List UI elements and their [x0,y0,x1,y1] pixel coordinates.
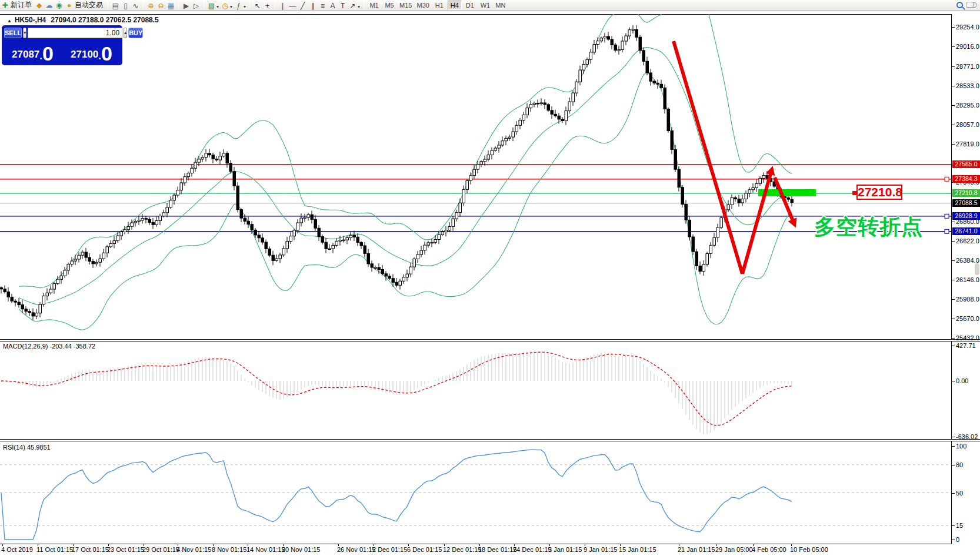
sell-price-display[interactable]: 27087.0 [4,40,61,63]
time-axis-label: 2 Dec 01:15 [372,546,407,553]
new-order-icon[interactable]: ✚ [0,1,10,10]
time-axis-label: 12 Dec 01:15 [443,546,481,553]
level-handle-27384.3[interactable] [945,177,949,181]
new-order-button[interactable]: 新订单 [11,0,32,10]
label-icon[interactable]: T [338,1,348,11]
rsi-axis-label: 0 [956,536,959,543]
indicators-icon[interactable]: ƒ [234,1,244,11]
price-tick-mark [951,66,955,67]
price-callout-box[interactable]: 27210.8 [856,185,902,200]
rsi-tick-mark [951,493,955,494]
volume-decrease-button[interactable]: ▾ [23,28,26,38]
candlestick-chart-icon[interactable]: ▯ [121,1,131,11]
toolbar-separator [143,0,144,8]
timeframe-h1[interactable]: H1 [432,1,446,10]
tile-windows-icon[interactable]: ▦ [166,1,176,11]
rsi-tick-mark [951,446,955,447]
time-axis-label: 21 Jan 01:15 [678,546,715,553]
macd-pane-canvas[interactable] [0,341,951,439]
arrows-icon[interactable]: ↗ [348,1,358,11]
new-chart-icon[interactable]: ▧ [206,1,216,11]
indicators-icon-caret[interactable]: ▾ [244,4,246,9]
horizontal-line-icon[interactable]: — [288,1,298,11]
time-axis-label: 18 Dec 01:15 [478,546,516,553]
market-watch-icon[interactable]: ☁ [44,1,54,10]
chat-icon[interactable] [969,2,976,8]
zoom-in-icon[interactable]: ⊕ [146,1,156,11]
toolbar-separator [204,0,204,8]
zoom-out-icon[interactable]: ⊖ [156,1,166,11]
scrollbar-thumb[interactable] [975,263,979,275]
bollinger-middle-band [19,48,792,304]
rsi-pane-separator[interactable] [0,439,980,441]
cursor-icon[interactable]: ↖ [252,1,262,11]
chinese-annotation-text: 多空转折点 [814,213,923,242]
price-tick-label: 27819.0 [956,140,979,148]
timeframe-d1[interactable]: D1 [463,1,477,10]
autotrading-icon[interactable]: ● [64,1,74,10]
profiles-icon[interactable]: ◆ [34,1,44,10]
buy-price-pips: 0 [101,45,112,62]
trendline-icon[interactable]: ╱ [298,1,308,11]
rsi-line [1,450,792,540]
time-axis-label: 4 Nov 01:15 [176,546,211,553]
rsi-axis-label: 100 [956,443,966,450]
bar-chart-icon[interactable]: ▤ [111,1,121,11]
price-tick-mark [951,144,955,145]
rsi-axis-label: 80 [956,461,963,468]
buy-price-main: 27100 [71,47,98,62]
sell-button[interactable]: SELL [4,28,22,38]
text-icon[interactable]: A [328,1,338,11]
buy-button[interactable]: BUY [128,28,143,38]
volume-increase-button[interactable]: ▴ [124,28,127,38]
period-menu-icon[interactable]: ◷ [220,1,230,11]
time-axis-label: 15 Jan 01:15 [619,546,656,553]
time-axis-label: 9 Jan 01:15 [584,546,618,553]
autotrading-button[interactable]: 自动交易 [75,0,103,10]
price-badge-27210.8: 27210.8 [952,189,980,197]
signals-icon[interactable]: ◉ [54,1,64,10]
rsi-tick-mark [951,540,955,540]
channel-icon[interactable]: ∥ [308,1,318,11]
price-tick-mark [951,105,955,106]
toolbar: ✚ 新订单 ◆ ☁ ◉ ● 自动交易 ▤▯∿⊕⊖▦▶▷▧▾◷▾ƒ▾↖+|—╱∥≡… [0,0,980,11]
volume-input[interactable] [28,28,122,38]
time-axis-label: 29 Oct 01:15 [142,546,179,553]
main-chart-canvas[interactable] [0,14,951,339]
rsi-pane-canvas[interactable] [0,442,951,544]
timeframe-m15[interactable]: M15 [398,1,414,10]
collapse-icon[interactable]: ▲ [7,18,12,24]
time-axis-label: 4 Feb 05:00 [752,546,786,553]
vertical-line-icon[interactable]: | [278,1,288,11]
time-axis-label: 23 Oct 01:15 [107,546,144,553]
toolbar-separator [108,1,108,9]
timeframe-m5[interactable]: M5 [382,1,396,10]
crosshair-icon[interactable]: + [262,1,272,11]
price-tick-mark [951,299,955,300]
time-axis-label: 29 Jan 05:00 [715,546,753,553]
price-tick-mark [951,86,955,86]
level-handle-26741.0[interactable] [945,229,949,233]
fibonacci-icon[interactable]: ≡ [318,1,328,11]
arrows-icon-caret[interactable]: ▾ [358,4,360,9]
level-handle-26928.9[interactable] [945,214,949,218]
time-axis-label: 6 Dec 01:15 [407,546,442,553]
buy-price-display[interactable]: 27100.0 [63,40,120,63]
chart-shift-icon[interactable]: ▷ [191,1,201,11]
timeframe-w1[interactable]: W1 [478,1,492,10]
period-menu-icon-caret[interactable]: ▾ [230,4,232,9]
time-axis-label: 4 Oct 2019 [1,546,33,553]
price-badge-27565.0: 27565.0 [952,160,980,168]
line-chart-icon[interactable]: ∿ [131,1,141,11]
timeframe-h4[interactable]: H4 [448,1,462,10]
timeframe-m1[interactable]: M1 [367,1,381,10]
timeframe-m30[interactable]: M30 [415,1,431,10]
bollinger-lower-band [19,72,792,330]
new-chart-icon-caret[interactable]: ▾ [216,4,219,9]
price-tick-label: 26622.0 [956,237,979,244]
price-tick-label: 25670.0 [956,315,979,322]
macd-histogram [1,351,792,434]
autoscroll-icon[interactable]: ▶ [181,1,191,11]
timeframe-mn[interactable]: MN [494,1,508,10]
search-icon[interactable] [956,2,963,8]
